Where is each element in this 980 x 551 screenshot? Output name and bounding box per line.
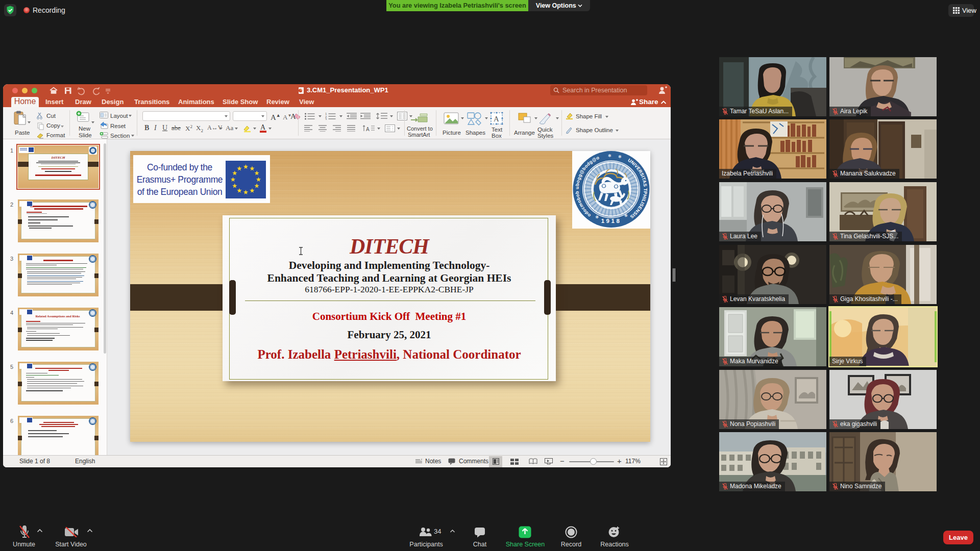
svg-text:3: 3: [325, 118, 327, 120]
svg-text:1918: 1918: [601, 218, 622, 224]
svg-text:✻: ✻: [608, 154, 611, 158]
svg-text:A: A: [494, 115, 499, 123]
svg-text:A: A: [366, 127, 370, 132]
svg-text:✻: ✻: [618, 155, 622, 159]
